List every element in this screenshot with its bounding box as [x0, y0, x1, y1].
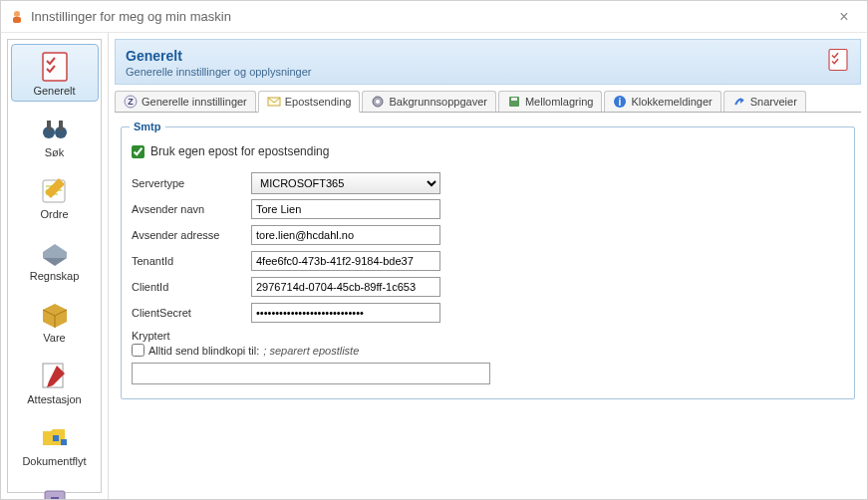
svg-text:Z: Z — [128, 97, 134, 107]
svg-rect-10 — [61, 439, 67, 445]
blindcopy-checkbox[interactable] — [132, 344, 145, 357]
servertype-label: Servertype — [132, 177, 251, 189]
sidebar-item-label: Søk — [45, 146, 65, 158]
section-header: Generelt Generelle innstillinger og oppl… — [115, 39, 861, 85]
main-panel: Generelt Generelle innstillinger og oppl… — [109, 33, 867, 499]
tab-snarveier[interactable]: Snarveier — [723, 91, 806, 112]
sidebar-item-sok[interactable]: Søk — [11, 106, 99, 163]
settings-window: Innstillinger for meg og min maskin × Ge… — [0, 0, 868, 500]
svg-point-18 — [376, 100, 380, 104]
section-subtitle: Generelle innstillinger og opplysninger — [126, 66, 850, 78]
tabbar: Z Generelle innstillinger Epostsending B… — [115, 89, 861, 113]
tenantid-row: TenantId — [132, 248, 844, 274]
archive-icon — [39, 483, 71, 499]
sidebar-item-generelt[interactable]: Generelt — [11, 44, 99, 102]
clientsecret-input[interactable] — [251, 303, 440, 323]
checklist-icon — [39, 51, 71, 83]
blindcopy-label: Alltid send blindkopi til: — [148, 345, 259, 357]
tab-klokkemeldinger[interactable]: i Klokkemeldinger — [604, 91, 721, 112]
tab-label: Generelle innstillinger — [142, 96, 247, 108]
smtp-fieldset: Smtp Bruk egen epost for epostsending Se… — [121, 121, 855, 399]
folder-flow-icon — [39, 421, 71, 453]
sidebar-inner: Generelt Søk Ordre — [7, 39, 102, 493]
svg-point-0 — [14, 11, 20, 17]
sender-address-row: Avsender adresse — [132, 222, 844, 248]
section-title: Generelt — [126, 48, 850, 64]
clientid-row: ClientId — [132, 274, 844, 300]
window-title: Innstillinger for meg og min maskin — [31, 9, 829, 24]
sidebar-item-label: Regnskap — [30, 270, 80, 282]
sidebar-item-attestasjon[interactable]: Attestasjon — [11, 353, 99, 410]
sidebar-item-regnskap[interactable]: Regnskap — [11, 229, 99, 287]
blindcopy-row: Alltid send blindkopi til: ; separert ep… — [132, 344, 844, 357]
tab-label: Mellomlagring — [525, 96, 593, 108]
box-icon — [39, 298, 71, 330]
sender-name-label: Avsender navn — [132, 203, 251, 215]
gear-icon — [371, 95, 385, 109]
binoculars-icon — [39, 113, 71, 144]
info-icon: i — [613, 95, 627, 109]
servertype-row: Servertype MICROSOFT365 — [132, 170, 844, 196]
svg-rect-5 — [47, 121, 51, 130]
sidebar-item-label: Generelt — [33, 85, 75, 97]
svg-rect-12 — [51, 497, 59, 499]
fieldset-body: Bruk egen epost for epostsending Servert… — [122, 132, 854, 398]
clientid-label: ClientId — [132, 281, 251, 293]
sidebar-item-label: Attestasjon — [27, 393, 81, 405]
sign-icon — [39, 360, 71, 391]
z-icon: Z — [124, 95, 138, 109]
tab-label: Snarveier — [750, 96, 797, 108]
app-icon — [9, 9, 25, 25]
tenantid-input[interactable] — [251, 251, 440, 271]
titlebar: Innstillinger for meg og min maskin × — [1, 1, 867, 33]
tab-label: Bakgrunnsoppgaver — [389, 96, 486, 108]
sender-address-label: Avsender adresse — [132, 229, 251, 241]
svg-rect-1 — [13, 17, 21, 23]
close-icon[interactable]: × — [829, 2, 859, 32]
sidebar: Generelt Søk Ordre — [1, 33, 109, 499]
sidebar-item-vare[interactable]: Vare — [11, 291, 99, 349]
use-own-email-label: Bruk egen epost for epostsending — [150, 144, 329, 158]
window-body: Generelt Søk Ordre — [1, 33, 867, 499]
sender-name-row: Avsender navn — [132, 196, 844, 222]
sidebar-item-label: Vare — [43, 332, 65, 344]
clientid-input[interactable] — [251, 277, 440, 297]
blindcopy-hint: ; separert epostliste — [263, 345, 359, 357]
notepad-icon — [39, 174, 71, 206]
tab-epostsending[interactable]: Epostsending — [258, 91, 361, 113]
sidebar-item-arkiv[interactable]: Arkiv — [11, 476, 99, 499]
sidebar-item-ordre[interactable]: Ordre — [11, 167, 99, 225]
checklist-icon — [826, 48, 850, 72]
sidebar-item-label: Ordre — [40, 208, 68, 220]
tab-label: Klokkemeldinger — [631, 96, 712, 108]
svg-rect-6 — [59, 121, 63, 130]
kryptert-label: Kryptert — [132, 330, 844, 342]
servertype-select[interactable]: MICROSOFT365 — [251, 172, 440, 194]
sender-name-input[interactable] — [251, 199, 440, 219]
sidebar-item-label: Dokumentflyt — [22, 455, 86, 467]
svg-text:i: i — [619, 97, 622, 108]
tenantid-label: TenantId — [132, 255, 251, 267]
tab-generelle-innstillinger[interactable]: Z Generelle innstillinger — [115, 91, 256, 112]
blindcopy-input[interactable] — [132, 363, 490, 384]
tab-mellomlagring[interactable]: Mellomlagring — [498, 91, 602, 112]
clientsecret-label: ClientSecret — [132, 307, 251, 319]
clientsecret-row: ClientSecret — [132, 300, 844, 326]
ledger-icon — [39, 236, 71, 268]
disk-icon — [507, 95, 521, 109]
sender-address-input[interactable] — [251, 225, 440, 245]
use-own-email-checkbox[interactable] — [132, 145, 145, 158]
tab-content: Smtp Bruk egen epost for epostsending Se… — [109, 113, 867, 499]
svg-rect-9 — [53, 435, 59, 441]
fieldset-legend: Smtp — [130, 121, 165, 132]
sidebar-item-dokumentflyt[interactable]: Dokumentflyt — [11, 414, 99, 472]
tab-label: Epostsending — [285, 96, 352, 108]
svg-rect-20 — [511, 98, 517, 101]
use-own-email-row: Bruk egen epost for epostsending — [132, 140, 844, 170]
tab-bakgrunnsoppgaver[interactable]: Bakgrunnsoppgaver — [362, 91, 495, 112]
mail-icon — [267, 95, 281, 109]
shortcut-icon — [732, 95, 746, 109]
